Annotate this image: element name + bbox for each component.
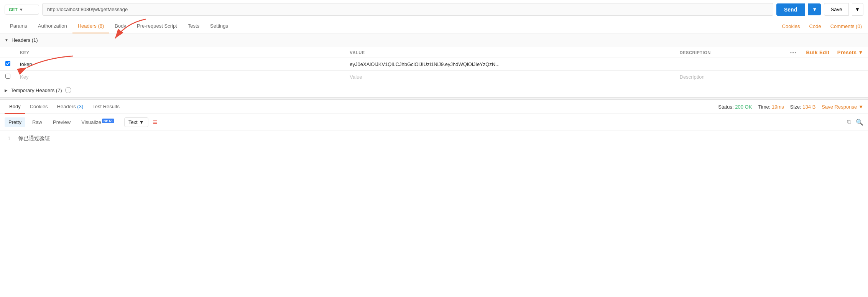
send-dropdown-button[interactable]: ▼ bbox=[808, 3, 821, 15]
line-number-1: 1 bbox=[8, 135, 10, 141]
headers-section-header: ▼ Headers (1) bbox=[0, 33, 868, 47]
wrap-button[interactable]: ≡ bbox=[153, 118, 158, 127]
presets-dropdown-icon: ▼ bbox=[858, 50, 863, 55]
tab-prerequest-label: Pre-request Script bbox=[137, 23, 177, 29]
url-input[interactable] bbox=[42, 3, 773, 16]
response-body: 1 你已通过验证 bbox=[0, 130, 868, 161]
method-dropdown-icon[interactable]: ▼ bbox=[19, 7, 23, 12]
request-tabs-area: Params Authorization Headers (8) Body Pr… bbox=[0, 19, 868, 33]
tab-headers[interactable]: Headers (8) bbox=[72, 19, 110, 33]
table-row: Key Value Description bbox=[0, 71, 868, 83]
tab-tests[interactable]: Tests bbox=[182, 19, 205, 33]
presets-button[interactable]: Presets ▼ bbox=[837, 50, 863, 55]
row2-desc-cell[interactable]: Description bbox=[675, 71, 868, 83]
status-value: 200 OK bbox=[735, 104, 752, 110]
size-label: Size: 134 B bbox=[790, 104, 816, 110]
tab-prerequest[interactable]: Pre-request Script bbox=[132, 19, 182, 33]
right-tab-code[interactable]: Code bbox=[808, 20, 823, 33]
response-tabs-row: Body Cookies Headers (3) Test Results St… bbox=[0, 100, 868, 114]
save-label: Save bbox=[830, 7, 842, 12]
tab-params-label: Params bbox=[10, 23, 27, 29]
tab-body[interactable]: Body bbox=[109, 19, 132, 33]
row1-value-cell[interactable]: eyJ0eXAiOiJKV1QiLCJhbGciOiJIUzI1NiJ9.eyJ… bbox=[345, 58, 675, 71]
row1-checkbox-cell[interactable] bbox=[0, 58, 15, 71]
tab-authorization-label: Authorization bbox=[38, 23, 67, 29]
row2-key-cell[interactable]: Key bbox=[15, 71, 345, 83]
temp-headers-toggle[interactable]: ▶ bbox=[5, 88, 8, 92]
format-tab-pretty[interactable]: Pretty bbox=[5, 117, 25, 127]
headers-table: KEY VALUE DESCRIPTION ••• Bulk Edit Pres… bbox=[0, 47, 868, 83]
tab-settings-label: Settings bbox=[210, 23, 228, 29]
right-tab-comments[interactable]: Comments (0) bbox=[829, 20, 863, 33]
info-icon[interactable]: i bbox=[65, 87, 71, 93]
format-raw-label: Raw bbox=[32, 119, 42, 125]
time-label: Time: 19ms bbox=[758, 104, 784, 110]
response-meta: Status: 200 OK Time: 19ms Size: 134 B Sa… bbox=[718, 104, 863, 110]
headers-toggle-icon[interactable]: ▼ bbox=[5, 38, 8, 42]
copy-icon[interactable]: ⧉ bbox=[847, 119, 851, 126]
bulk-edit-button[interactable]: Bulk Edit bbox=[806, 50, 829, 55]
tab-tests-label: Tests bbox=[188, 23, 199, 29]
th-description: DESCRIPTION ••• Bulk Edit Presets ▼ bbox=[675, 47, 868, 58]
row1-key-value: token bbox=[20, 61, 32, 67]
response-tab-test-results[interactable]: Test Results bbox=[88, 100, 124, 114]
request-tabs-row: Params Authorization Headers (8) Body Pr… bbox=[0, 19, 868, 33]
text-type-dropdown-icon: ▼ bbox=[139, 119, 144, 125]
save-response-label: Save Response bbox=[822, 104, 857, 110]
row2-value-cell[interactable]: Value bbox=[345, 71, 675, 83]
temp-headers-section: ▶ Temporary Headers (7) i bbox=[0, 83, 868, 97]
format-tab-visualize[interactable]: VisualizeBETA bbox=[77, 117, 118, 127]
tab-settings[interactable]: Settings bbox=[205, 19, 233, 33]
save-dropdown-button[interactable]: ▼ bbox=[852, 3, 863, 16]
size-value: 134 B bbox=[802, 104, 815, 110]
row2-checkbox[interactable] bbox=[5, 74, 10, 79]
row2-checkbox-cell[interactable] bbox=[0, 71, 15, 83]
time-value: 19ms bbox=[772, 104, 784, 110]
th-value: VALUE bbox=[345, 47, 675, 58]
response-tab-test-results-label: Test Results bbox=[92, 104, 120, 109]
row1-value-text: eyJ0eXAiOiJKV1QiLCJhbGciOiJIUzI1NiJ9.eyJ… bbox=[350, 61, 500, 67]
temp-headers-title: Temporary Headers (7) bbox=[11, 87, 62, 93]
response-tab-body-label: Body bbox=[9, 104, 21, 109]
right-icons: ⧉ 🔍 bbox=[847, 119, 863, 126]
send-label: Send bbox=[784, 7, 797, 13]
response-tab-headers[interactable]: Headers (3) bbox=[53, 100, 88, 114]
send-button[interactable]: Send bbox=[776, 3, 805, 16]
response-tab-cookies[interactable]: Cookies bbox=[25, 100, 53, 114]
table-row: token eyJ0eXAiOiJKV1QiLCJhbGciOiJIUzI1Ni… bbox=[0, 58, 868, 71]
search-icon[interactable]: 🔍 bbox=[856, 119, 863, 126]
status-label: Status: 200 OK bbox=[718, 104, 752, 110]
response-tab-cookies-label: Cookies bbox=[30, 104, 48, 109]
right-tab-cookies[interactable]: Cookies bbox=[781, 20, 802, 33]
format-preview-label: Preview bbox=[53, 119, 71, 125]
format-pretty-label: Pretty bbox=[8, 119, 21, 125]
method-selector[interactable]: GET ▼ bbox=[5, 5, 39, 15]
more-options-button[interactable]: ••• bbox=[790, 50, 797, 55]
response-content-1: 你已通过验证 bbox=[18, 135, 50, 142]
th-key: KEY bbox=[15, 47, 345, 58]
beta-badge: BETA bbox=[102, 119, 114, 123]
row1-key-cell[interactable]: token bbox=[15, 58, 345, 71]
row1-checkbox[interactable] bbox=[5, 61, 10, 66]
tab-body-label: Body bbox=[115, 23, 126, 29]
text-type-label: Text bbox=[128, 119, 138, 125]
save-button[interactable]: Save bbox=[824, 3, 848, 16]
row2-value-placeholder: Value bbox=[350, 74, 362, 80]
row1-desc-cell[interactable] bbox=[675, 58, 868, 71]
method-label: GET bbox=[9, 7, 18, 12]
response-line-1: 1 你已通过验证 bbox=[8, 135, 860, 142]
format-tab-raw[interactable]: Raw bbox=[28, 117, 46, 127]
row2-desc-placeholder: Description bbox=[680, 74, 705, 80]
row2-key-placeholder: Key bbox=[20, 74, 28, 80]
response-tab-body[interactable]: Body bbox=[5, 100, 25, 114]
format-bar: Pretty Raw Preview VisualizeBETA Text ▼ … bbox=[0, 114, 868, 130]
tab-params[interactable]: Params bbox=[5, 19, 33, 33]
save-response-button[interactable]: Save Response ▼ bbox=[822, 104, 863, 110]
format-visualize-label: VisualizeBETA bbox=[81, 119, 114, 125]
tab-authorization[interactable]: Authorization bbox=[33, 19, 72, 33]
th-checkbox bbox=[0, 47, 15, 58]
response-tab-headers-label: Headers (3) bbox=[57, 104, 84, 109]
format-tab-preview[interactable]: Preview bbox=[49, 117, 74, 127]
headers-section-title: Headers (1) bbox=[12, 37, 38, 43]
text-type-selector[interactable]: Text ▼ bbox=[124, 117, 148, 127]
